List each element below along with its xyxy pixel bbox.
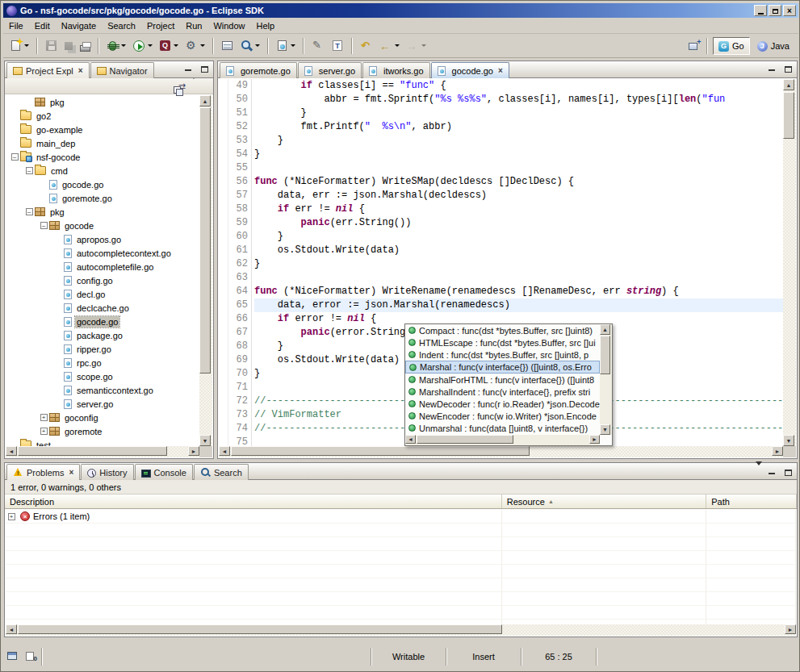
expander-icon[interactable]: + (38, 414, 49, 421)
tree-item-decl-go[interactable]: decl.go (6, 287, 199, 301)
scroll-thumb[interactable] (600, 336, 610, 374)
menu-navigate[interactable]: Navigate (56, 19, 102, 32)
new-go-element-dropdown-icon[interactable] (291, 44, 295, 47)
scroll-right-icon[interactable]: ► (188, 446, 199, 456)
new-go-element-button[interactable] (274, 36, 298, 56)
minimize-view-button[interactable] (182, 64, 195, 75)
menu-project[interactable]: Project (141, 19, 180, 32)
tree-item-config-go[interactable]: config.go (6, 273, 199, 287)
tree-item-autocompletecontext-go[interactable]: autocompletecontext.go (6, 246, 199, 260)
tree-item-scope-go[interactable]: scope.go (6, 369, 199, 383)
menu-window[interactable]: Window (207, 19, 250, 32)
open-perspective-button[interactable] (684, 37, 702, 55)
open-task-button[interactable] (219, 36, 236, 56)
fast-view-button[interactable] (6, 650, 20, 663)
expander-icon[interactable]: – (23, 167, 35, 174)
minimize-editor-button[interactable] (765, 64, 778, 75)
tree-item-package-go[interactable]: package.go (6, 328, 199, 342)
editor-tab-gocode-go[interactable]: gocode.go× (431, 62, 509, 78)
tree-item-go-example[interactable]: go-example (6, 123, 199, 136)
expander-icon[interactable]: + (6, 513, 17, 520)
scroll-right-icon[interactable]: ► (589, 435, 600, 444)
tree-item-semanticcontext-go[interactable]: semanticcontext.go (6, 383, 199, 397)
tree-item-goremote[interactable]: +goremote (6, 424, 199, 438)
scroll-thumb[interactable] (18, 446, 167, 456)
menu-edit[interactable]: Edit (29, 19, 56, 32)
scroll-down-icon[interactable]: ▼ (783, 435, 794, 446)
column-header-description[interactable]: Description (5, 495, 502, 508)
menu-run[interactable]: Run (180, 19, 207, 32)
scroll-down-icon[interactable]: ▼ (199, 435, 211, 446)
close-tab-icon[interactable]: × (78, 66, 83, 75)
back-button[interactable] (377, 36, 402, 56)
new-dropdown-icon[interactable] (24, 44, 29, 47)
expander-icon[interactable]: + (38, 428, 49, 435)
run-button[interactable] (130, 36, 155, 56)
scroll-left-icon[interactable]: ◄ (6, 446, 17, 456)
save-all-button[interactable] (61, 36, 76, 56)
tree-item-main-dep[interactable]: main_dep (6, 136, 199, 150)
menu-file[interactable]: File (3, 19, 29, 32)
popup-horizontal-scrollbar[interactable]: ◄ ► (405, 435, 600, 445)
tab-history[interactable]: History (81, 464, 133, 480)
tab-console[interactable]: Console (135, 464, 193, 480)
scroll-thumb[interactable] (18, 624, 502, 634)
tree-item-test[interactable]: test (6, 438, 199, 446)
tab-project-expl[interactable]: Project Expl× (6, 62, 90, 78)
close-button[interactable]: × (783, 5, 796, 16)
menu-search[interactable]: Search (102, 19, 141, 32)
tree-item-gocode-go[interactable]: gocode.go (6, 315, 199, 328)
maximize-view-button[interactable] (198, 64, 211, 75)
scroll-up-icon[interactable]: ▲ (600, 324, 610, 335)
title-bar[interactable]: Go - nsf-gocode/src/pkg/gocode/gocode.go… (3, 3, 798, 18)
tree-item-pkg[interactable]: pkg (6, 95, 199, 109)
completion-item[interactable]: NewDecoder : func(r io.Reader) *json.Dec… (405, 398, 600, 410)
tree-item-ripper-go[interactable]: ripper.go (6, 342, 199, 356)
scroll-left-icon[interactable]: ◄ (219, 446, 230, 456)
completion-item[interactable]: Indent : func(dst *bytes.Buffer, src []u… (405, 349, 600, 361)
expander-icon[interactable]: – (9, 153, 20, 161)
column-header-resource[interactable]: Resource▲ (502, 495, 706, 508)
tab-navigator[interactable]: Navigator (90, 62, 154, 78)
completion-item[interactable]: Marshal : func(v interface{}) ([]uint8, … (405, 361, 600, 374)
tree-item-goremote-go[interactable]: goremote.go (6, 191, 199, 205)
scroll-down-icon[interactable]: ▼ (600, 424, 610, 435)
print-button[interactable] (77, 36, 93, 56)
minimize-button[interactable] (754, 5, 767, 16)
tree-item-gocode[interactable]: –gocode (6, 219, 199, 232)
column-header-path[interactable]: Path (706, 495, 797, 508)
scroll-up-icon[interactable]: ▲ (783, 79, 794, 90)
new-button[interactable] (7, 36, 31, 56)
tree-item-go2[interactable]: go2 (6, 109, 199, 123)
close-tab-icon[interactable]: × (498, 66, 503, 75)
external-tools-button[interactable] (182, 36, 207, 56)
perspective-java[interactable]: Java (752, 37, 795, 55)
scroll-thumb[interactable] (417, 435, 513, 444)
close-tab-icon[interactable]: × (69, 468, 73, 477)
last-edit-location-button[interactable] (358, 36, 375, 56)
scroll-left-icon[interactable]: ◄ (405, 435, 416, 444)
problems-horizontal-scrollbar[interactable]: ◄ ► (6, 624, 796, 636)
scroll-right-icon[interactable]: ► (785, 624, 796, 634)
search-dropdown-icon[interactable] (255, 44, 260, 47)
view-menu-button[interactable] (191, 79, 197, 94)
coverage-dropdown-icon[interactable] (174, 44, 178, 47)
scroll-thumb[interactable] (231, 446, 530, 456)
maximize-problems-button[interactable] (781, 467, 794, 478)
scroll-right-icon[interactable]: ► (772, 446, 783, 456)
completion-item[interactable]: Compact : func(dst *bytes.Buffer, src []… (405, 324, 600, 336)
tree-item-pkg[interactable]: –pkg (6, 205, 199, 219)
tree-item-nsf-gocode[interactable]: –nsf-gocode (6, 150, 199, 164)
explorer-horizontal-scrollbar[interactable]: ◄ ► (6, 446, 199, 457)
tree-item-goconfig[interactable]: +goconfig (6, 411, 199, 424)
forward-dropdown-icon[interactable] (421, 44, 426, 47)
mark-occurrences-button[interactable] (309, 36, 327, 56)
tree-item-gocode-go[interactable]: gocode.go (6, 177, 199, 191)
editor-tab-server-go[interactable]: server.go (298, 62, 362, 78)
maximize-editor-button[interactable] (781, 64, 794, 75)
completion-item[interactable]: NewEncoder : func(w io.Writer) *json.Enc… (405, 410, 600, 422)
expander-icon[interactable]: – (23, 208, 35, 215)
editor-tab-itworks-go[interactable]: itworks.go (362, 62, 430, 78)
scroll-up-icon[interactable]: ▲ (199, 95, 211, 106)
coverage-button[interactable] (157, 36, 181, 56)
